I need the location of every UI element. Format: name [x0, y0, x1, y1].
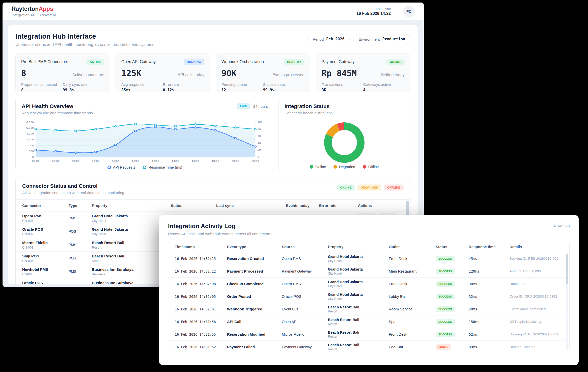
stat-mini-value: 3K [322, 88, 363, 92]
status-badge: HEALTHY [284, 59, 304, 65]
status-filter-chip[interactable]: DEGRADED [357, 184, 381, 191]
column-header: Events today [279, 203, 310, 208]
legend-ring-icon [107, 166, 111, 169]
connector-name: Newhotel PMS [22, 267, 69, 272]
status-filter-chips: ONLINEDEGRADEDOFFLINE [337, 184, 404, 191]
status-badge: SUCCESS [436, 332, 455, 337]
column-header: Details [510, 245, 566, 249]
column-header: Timestamp [175, 245, 227, 249]
connector-code: CN-005 [22, 272, 69, 276]
panel-subtitle: Active integration connectors with real-… [22, 191, 125, 195]
stat-card: Payment Gateway ONLINE Rp 845M Settled t… [316, 54, 410, 92]
property-name: Grand Hotel Jakarta [92, 214, 171, 218]
event-type-cell: Payment Processed [227, 269, 282, 273]
source-cell: Open API [282, 320, 328, 324]
stat-mini-value: 12 [221, 88, 263, 92]
rows-label: Rows: [554, 224, 564, 228]
avatar[interactable]: FC [403, 6, 415, 17]
column-header: Actions [347, 203, 404, 208]
svg-text:06:00: 06:00 [92, 160, 99, 162]
legend-item[interactable]: Degraded [333, 165, 355, 169]
svg-text:20: 20 [258, 149, 261, 151]
property-segment: City Hotel [328, 272, 389, 275]
property-segment: Resort [328, 310, 389, 313]
details-cell: GET /api/v1/bookings [510, 320, 566, 324]
legend-label: Offline [368, 165, 379, 169]
stat-card-title: Webhook Orchestration [221, 60, 264, 64]
legend-label: Response Time (ms) [148, 165, 182, 169]
scrollbar-thumb[interactable] [566, 254, 568, 284]
status-filter-chip[interactable]: ONLINE [337, 184, 355, 191]
stat-cards-row: Pre Built PMS Connectors ACTIVE 8 Active… [15, 54, 410, 92]
legend-item[interactable]: Offline [363, 165, 379, 169]
connector-type: POS [69, 283, 92, 284]
connector-type: POS [69, 256, 92, 260]
legend-item[interactable]: Response Time (ms) [143, 165, 182, 169]
legend-label: Online [315, 165, 326, 169]
stat-card: Open API Gateway RUNNING 125K API calls … [116, 54, 210, 92]
property-segment: Resort [328, 335, 389, 338]
page-subtitle: Connector status and API health monitori… [15, 42, 155, 47]
last-sync-label: Last sync [356, 7, 391, 11]
period-chip[interactable]: Period Feb 2026 [307, 34, 350, 44]
svg-text:40: 40 [258, 142, 261, 144]
stat-mini-value: 8 [21, 88, 63, 92]
legend-item[interactable]: API Requests [107, 165, 135, 169]
outlet-cell: Front Desk [389, 256, 436, 261]
legend-item[interactable]: Online [310, 165, 326, 169]
status-filter-chip[interactable]: OFFLINE [384, 184, 404, 191]
outlet-cell: Lobby Bar [389, 294, 436, 299]
connector-type: PMS [69, 270, 92, 274]
timestamp-cell: 16 Feb 2026 14:32:08 [175, 282, 227, 286]
page-title: Integration Hub Interface [15, 33, 155, 40]
svg-text:1,000: 1,000 [26, 150, 34, 152]
timestamp-cell: 16 Feb 2026 14:32:01 [175, 307, 227, 311]
stat-mini-label: Avg response [121, 82, 163, 87]
svg-text:2,000: 2,000 [26, 144, 34, 146]
outlet-cell: Front Desk [389, 332, 436, 336]
column-header: Property [92, 203, 171, 208]
event-type-cell: Payment Failed [227, 345, 282, 349]
brand-name: RaytertonApps [12, 6, 56, 12]
status-badge: ACTIVE [86, 59, 104, 65]
scrollbar[interactable] [566, 253, 568, 350]
legend-dot-icon [333, 165, 337, 169]
status-badge: SUCCESS [436, 294, 455, 299]
last-sync-value: 16 Feb 2026 14:32 [356, 11, 391, 16]
stat-card: Webhook Orchestration HEALTHY 90K Events… [216, 54, 310, 92]
response-time-cell: 120ms [469, 269, 510, 273]
legend-label: API Requests [113, 165, 135, 169]
column-header: Source [282, 245, 328, 249]
svg-text:80: 80 [258, 128, 261, 130]
stat-mini-label: Properties connected [21, 82, 63, 87]
brand-primary: Rayterton [12, 6, 39, 12]
column-header: Response time [469, 245, 510, 249]
svg-text:00:00: 00:00 [32, 160, 40, 162]
column-header: Type [69, 203, 92, 208]
stat-card-title: Payment Gateway [322, 60, 355, 64]
line-chart-legend: API Requests Response Time (ms) [22, 165, 268, 169]
app-header: RaytertonApps Integration API Ecosystem … [3, 3, 424, 20]
property-name: Grand Hotel Jakarta [328, 267, 389, 271]
outlet-cell: Room Service [389, 307, 436, 311]
svg-text:20:00: 20:00 [232, 160, 239, 162]
stat-mini-value: 0.12% [163, 88, 205, 92]
stat-mini-label: Daily sync rate [63, 82, 104, 87]
connector-name: Opera PMS [22, 214, 69, 218]
connector-name: Oracle POS [22, 227, 69, 231]
property-name: Beach Resort Bali [328, 330, 389, 334]
environment-value: Production [382, 37, 405, 41]
live-badge: LIVE [237, 103, 250, 109]
column-header: Event type [227, 245, 282, 249]
brand-subtitle: Integration API Ecosystem [12, 13, 56, 17]
column-header: Status [436, 245, 469, 249]
stat-mini-value: 85ms [121, 88, 163, 92]
details-cell: Amount: Rp 850,000 [510, 269, 566, 273]
activity-table: Timestamp Event type Source Property Out… [168, 241, 570, 351]
brand: RaytertonApps Integration API Ecosystem [12, 6, 56, 17]
response-time-cell: 89ms [469, 345, 510, 349]
stat-mini-value: 4 [363, 88, 405, 92]
environment-chip[interactable]: Environment Production [353, 34, 410, 44]
outlet-cell: Main Restaurant [389, 269, 436, 273]
stat-mini-value: 99.9% [263, 88, 305, 92]
